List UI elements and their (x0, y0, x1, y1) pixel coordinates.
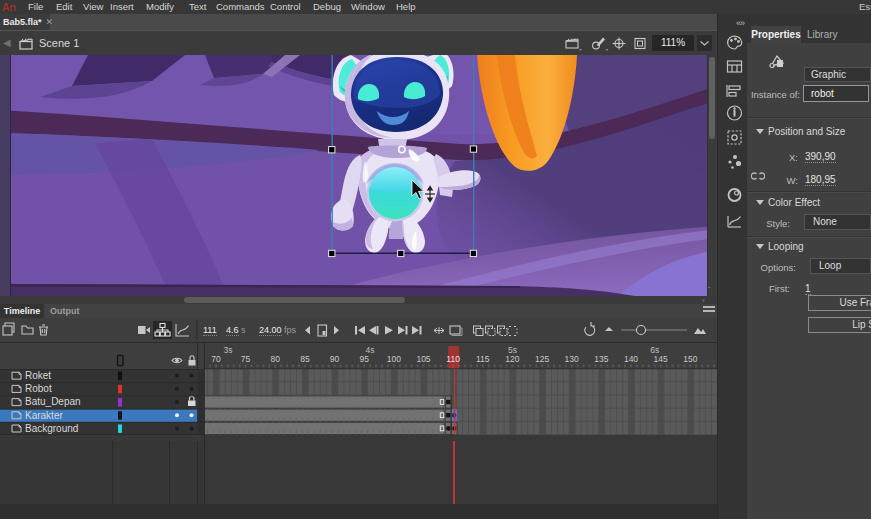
svg-text:3s: 3s (223, 345, 232, 355)
svg-text:150: 150 (683, 354, 697, 364)
svg-text:85: 85 (300, 354, 310, 364)
svg-text:135: 135 (594, 354, 608, 364)
svg-text:145: 145 (654, 354, 668, 364)
svg-text:115: 115 (476, 354, 490, 364)
svg-text:80: 80 (271, 354, 281, 364)
svg-text:105: 105 (416, 354, 430, 364)
svg-text:100: 100 (387, 354, 401, 364)
svg-text:95: 95 (359, 354, 369, 364)
svg-text:120: 120 (505, 354, 519, 364)
svg-text:130: 130 (565, 354, 579, 364)
svg-text:125: 125 (535, 354, 549, 364)
svg-text:90: 90 (330, 354, 340, 364)
svg-text:110: 110 (446, 354, 460, 364)
svg-text:75: 75 (241, 354, 251, 364)
svg-text:140: 140 (624, 354, 638, 364)
svg-text:70: 70 (211, 354, 221, 364)
